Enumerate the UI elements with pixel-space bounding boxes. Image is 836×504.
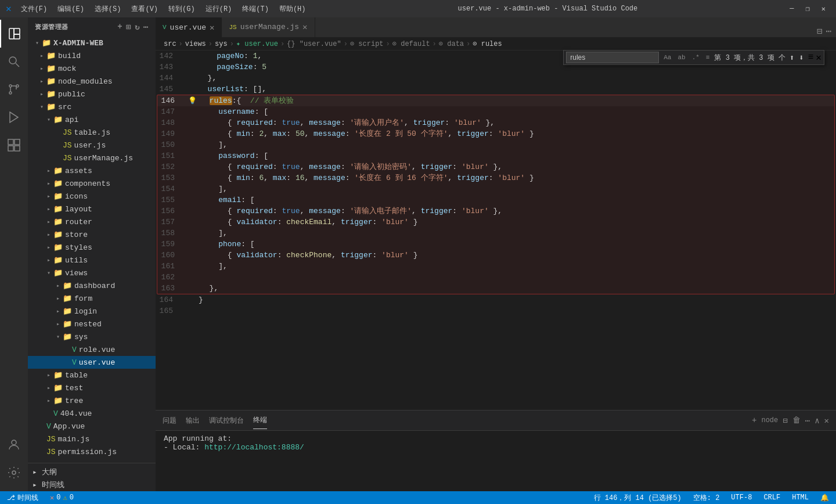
sidebar-item-public[interactable]: ▸ 📁 public [28, 88, 156, 100]
lightbulb-icon[interactable]: 💡 [188, 96, 197, 105]
sidebar-item-store[interactable]: ▸ 📁 store [28, 228, 156, 241]
sidebar-item-login[interactable]: ▸ 📁 login [28, 305, 156, 318]
outline-section[interactable]: ▸ 大纲 [28, 466, 156, 478]
cl-154[interactable]: ], [198, 183, 834, 195]
trash-terminal-button[interactable]: 🗑 [792, 416, 801, 425]
debug-icon[interactable] [0, 103, 28, 131]
search-icon[interactable] [0, 48, 28, 75]
cl-160[interactable]: { validator: checkPhone, trigger: 'blur'… [198, 250, 834, 261]
cl-148[interactable]: { required: true, message: '请输入用户名', tri… [198, 117, 834, 128]
match-case-button[interactable]: Aa [661, 53, 673, 62]
sidebar-item-src[interactable]: ▾ 📁 src [28, 100, 156, 113]
close-button[interactable]: ✕ [817, 3, 830, 15]
split-terminal-button[interactable]: ⊟ [783, 416, 787, 426]
line-ending-item[interactable]: CRLF [761, 494, 783, 502]
sidebar-item-usermanage-js[interactable]: ▸ JS userManage.js [28, 152, 156, 164]
cl-146[interactable]: rules:{ // 表单校验 [198, 95, 834, 106]
feedback-item[interactable]: 🔔 [818, 494, 831, 502]
cl-161[interactable]: ], [198, 261, 834, 272]
source-control-icon[interactable] [0, 75, 28, 103]
timeline-section[interactable]: ▸ 时间线 [28, 478, 156, 491]
menu-run[interactable]: 运行(R) [201, 3, 237, 15]
find-close-button[interactable]: ✕ [816, 52, 821, 63]
menu-terminal[interactable]: 终端(T) [237, 3, 273, 15]
account-icon[interactable] [0, 431, 28, 459]
panel-close-button[interactable]: ✕ [824, 416, 829, 426]
sidebar-item-role-vue[interactable]: ▸ V role.vue [28, 343, 156, 356]
sidebar-item-app-vue[interactable]: ▸ V App.vue [28, 420, 156, 433]
panel-tab-output[interactable]: 输出 [186, 412, 200, 429]
sidebar-item-node-modules[interactable]: ▸ 📁 node_modules [28, 75, 156, 88]
code-editor[interactable]: 142 pageNo: 1, 143 pageSize: 5 144 }, 14… [156, 51, 836, 410]
localhost-link[interactable]: http://localhost:8888/ [204, 443, 304, 452]
bc-script[interactable]: ⊙ script [350, 39, 384, 48]
collapse-icon[interactable]: ⋯ [143, 22, 149, 32]
menu-file[interactable]: 文件(F) [16, 3, 52, 15]
more-actions-button[interactable]: ⋯ [826, 26, 831, 37]
cl-153[interactable]: { min: 6, max: 16, message: '长度在 6 到 16 … [198, 172, 834, 183]
cl-158[interactable]: ], [198, 228, 834, 239]
sidebar-item-test[interactable]: ▸ 📁 test [28, 381, 156, 394]
cl-145[interactable]: userList: [], [196, 84, 836, 95]
panel-tab-debug[interactable]: 调试控制台 [209, 412, 244, 429]
bc-rules[interactable]: ⊙ rules [473, 39, 502, 48]
tab-usermanage-js[interactable]: JS userManage.js ✕ [222, 17, 315, 37]
kill-terminal-button[interactable]: node [761, 416, 778, 424]
sidebar-item-table[interactable]: ▸ 📁 table [28, 369, 156, 381]
cl-163[interactable]: }, [198, 283, 834, 294]
cl-151[interactable]: password: [ [198, 150, 834, 161]
menu-edit[interactable]: 编辑(E) [53, 3, 89, 15]
sidebar-item-sys[interactable]: ▾ 📁 sys [28, 330, 156, 343]
bc-src[interactable]: src [164, 40, 176, 48]
sidebar-item-api[interactable]: ▾ 📁 api [28, 113, 156, 126]
new-folder-icon[interactable]: ⊞ [126, 22, 131, 32]
git-branch-item[interactable]: ⎇ 时间线 [5, 493, 41, 503]
language-item[interactable]: HTML [790, 494, 811, 502]
extensions-icon[interactable] [0, 131, 28, 159]
cl-165[interactable] [196, 305, 836, 316]
sidebar-item-tree[interactable]: ▸ 📁 tree [28, 394, 156, 407]
sidebar-item-table-js[interactable]: ▸ JS table.js [28, 126, 156, 139]
tree-root[interactable]: ▾ 📁 X-ADMIN-WEB [28, 37, 156, 49]
sidebar-item-assets[interactable]: ▸ 📁 assets [28, 164, 156, 177]
panel-tab-terminal[interactable]: 终端 [253, 412, 267, 429]
sidebar-item-components[interactable]: ▸ 📁 components [28, 177, 156, 190]
bc-sys[interactable]: sys [215, 40, 228, 48]
cl-150[interactable]: ], [198, 139, 834, 150]
find-previous-button[interactable]: ⬆ [788, 53, 796, 63]
sidebar-item-form[interactable]: ▸ 📁 form [28, 292, 156, 305]
minimize-button[interactable]: ─ [785, 3, 798, 15]
sidebar-item-router[interactable]: ▸ 📁 router [28, 215, 156, 228]
sidebar-item-build[interactable]: ▸ 📁 build [28, 49, 156, 62]
cl-144[interactable]: }, [196, 73, 836, 84]
menu-goto[interactable]: 转到(G) [164, 3, 200, 15]
sidebar-item-nested[interactable]: ▸ 📁 nested [28, 318, 156, 330]
bc-views[interactable]: views [185, 40, 206, 48]
menu-view[interactable]: 查看(V) [127, 3, 163, 15]
cl-164[interactable]: } [196, 294, 836, 305]
refresh-icon[interactable]: ↻ [135, 22, 140, 32]
sidebar-item-user-vue[interactable]: ▸ V user.vue [28, 356, 156, 369]
sidebar-item-user-js[interactable]: ▸ JS user.js [28, 139, 156, 152]
find-next-button[interactable]: ⬇ [797, 53, 805, 63]
terminal-content[interactable]: App running at: - Local: http://localhos… [156, 431, 836, 491]
regex-button[interactable]: .* [690, 53, 702, 62]
sidebar-item-404[interactable]: ▸ V 404.vue [28, 407, 156, 420]
sidebar-item-styles[interactable]: ▸ 📁 styles [28, 241, 156, 254]
menu-help[interactable]: 帮助(H) [275, 3, 311, 15]
cl-152[interactable]: { required: true, message: '请输入初始密码', tr… [198, 161, 834, 172]
new-file-icon[interactable]: + [117, 22, 122, 32]
split-editor-button[interactable]: ⊟ [817, 26, 823, 37]
maximize-button[interactable]: ❐ [801, 3, 815, 15]
whole-word-button[interactable]: ab [675, 53, 687, 62]
find-in-selection-button[interactable]: ≡ [704, 53, 712, 62]
panel-up-button[interactable]: ∧ [815, 416, 819, 426]
bc-data[interactable]: ⊙ data [439, 39, 464, 48]
cl-156[interactable]: { required: true, message: '请输入电子邮件', tr… [198, 206, 834, 217]
find-settings-icon[interactable]: ≡ [808, 52, 814, 63]
errors-item[interactable]: ✕ 0 ⚠ 0 [48, 494, 76, 502]
settings-icon[interactable] [0, 459, 28, 487]
line-col-item[interactable]: 行 146，列 14 (已选择5) [592, 493, 684, 503]
cl-147[interactable]: username: [ [198, 106, 834, 117]
tab-user-vue[interactable]: V user.vue ✕ [156, 17, 222, 37]
